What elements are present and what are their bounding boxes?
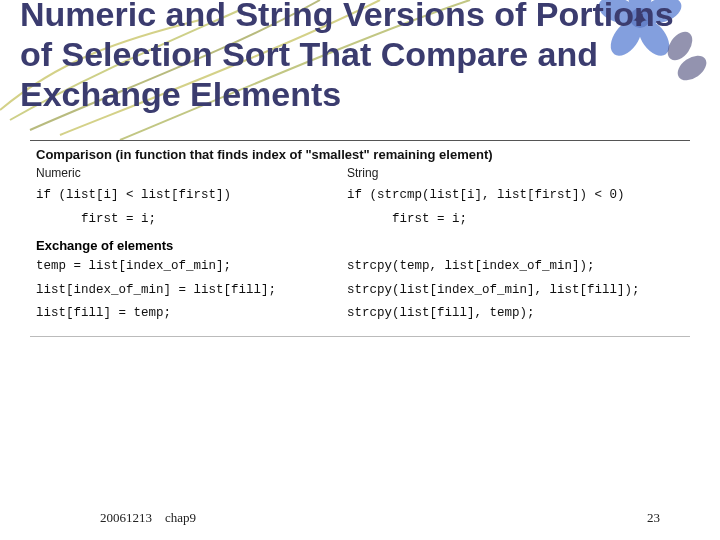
comparison-table: Comparison (in function that finds index…: [30, 140, 690, 337]
code-cell: first = i;: [347, 208, 684, 232]
code-cell: list[index_of_min] = list[fill];: [36, 279, 347, 303]
footer-chapter: chap9: [165, 510, 196, 525]
code-cell: strcpy(temp, list[index_of_min]);: [347, 255, 684, 279]
code-cell: list[fill] = temp;: [36, 302, 347, 326]
code-cell: strcpy(list[fill], temp);: [347, 302, 684, 326]
code-cell: if (strcmp(list[i], list[first]) < 0): [347, 184, 684, 208]
code-cell: if (list[i] < list[first]): [36, 184, 347, 208]
column-header-numeric: Numeric: [36, 166, 347, 180]
code-cell: first = i;: [36, 208, 347, 232]
column-header-string: String: [347, 166, 684, 180]
section-exchange-header: Exchange of elements: [36, 238, 684, 253]
footer-date: 20061213: [100, 510, 152, 525]
section-comparison-header: Comparison (in function that finds index…: [36, 147, 684, 162]
code-cell: temp = list[index_of_min];: [36, 255, 347, 279]
slide-footer: 20061213 chap9 23: [0, 510, 720, 526]
page-number: 23: [647, 510, 660, 526]
code-cell: strcpy(list[index_of_min], list[fill]);: [347, 279, 684, 303]
slide-title: Numeric and String Versions of Portions …: [0, 0, 720, 114]
